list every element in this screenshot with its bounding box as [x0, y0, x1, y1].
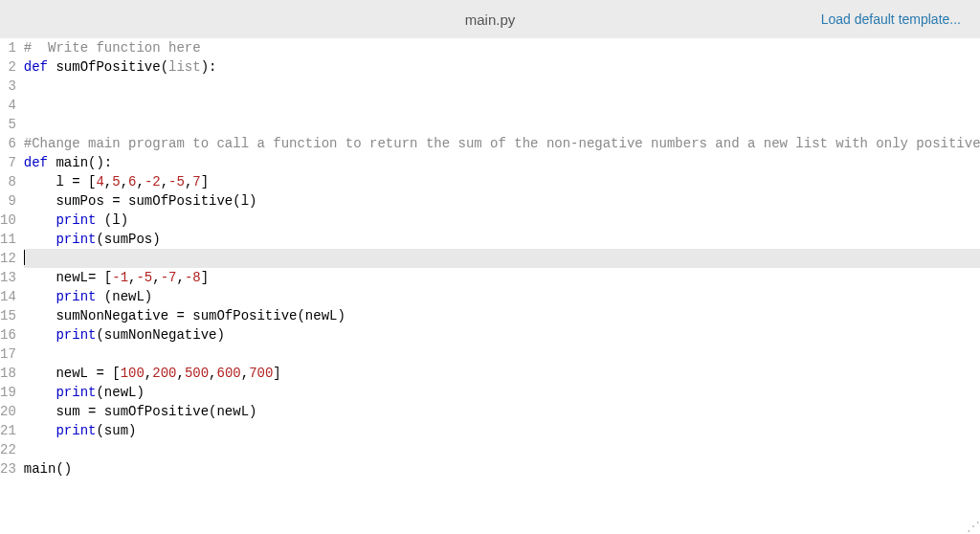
line-number: 10 [0, 211, 16, 230]
line-number-gutter: 1234567891011121314151617181920212223 [0, 38, 24, 478]
code-line[interactable] [24, 249, 980, 268]
line-number: 22 [0, 440, 16, 459]
code-line[interactable]: def sumOfPositive(list): [24, 57, 980, 77]
line-number: 21 [0, 421, 16, 440]
code-line[interactable]: newL= [-1,-5,-7,-8] [24, 268, 980, 287]
line-number: 6 [0, 134, 16, 153]
load-template-link[interactable]: Load default template... [821, 11, 961, 27]
line-number: 14 [0, 287, 16, 306]
code-editor[interactable]: 1234567891011121314151617181920212223 # … [0, 38, 980, 478]
line-number: 5 [0, 115, 16, 134]
code-line[interactable]: print(sumNonNegative) [24, 325, 980, 345]
line-number: 17 [0, 345, 16, 364]
code-line[interactable]: #Change main program to call a function … [24, 134, 980, 153]
code-line[interactable]: # Write function here [24, 38, 980, 57]
line-number: 3 [0, 77, 16, 96]
code-line[interactable]: sumPos = sumOfPositive(l) [24, 191, 980, 211]
text-cursor [24, 250, 25, 265]
line-number: 8 [0, 172, 16, 191]
line-number: 23 [0, 459, 16, 478]
code-line[interactable]: print(sumPos) [24, 230, 980, 249]
line-number: 15 [0, 306, 16, 325]
code-area[interactable]: # Write function heredef sumOfPositive(l… [24, 38, 980, 478]
line-number: 12 [0, 249, 16, 268]
line-number: 16 [0, 325, 16, 345]
code-line[interactable]: l = [4,5,6,-2,-5,7] [24, 172, 980, 191]
code-line[interactable] [24, 345, 980, 364]
line-number: 2 [0, 57, 16, 77]
code-line[interactable]: main() [24, 459, 980, 478]
code-line[interactable]: print (newL) [24, 287, 980, 306]
code-line[interactable] [24, 440, 980, 459]
code-line[interactable] [24, 115, 980, 134]
code-line[interactable] [24, 77, 980, 96]
editor-header: main.py Load default template... [0, 0, 980, 38]
line-number: 11 [0, 230, 16, 249]
code-line[interactable]: print(newL) [24, 383, 980, 402]
line-number: 18 [0, 364, 16, 383]
code-line[interactable]: sumNonNegative = sumOfPositive(newL) [24, 306, 980, 325]
code-line[interactable]: newL = [100,200,500,600,700] [24, 364, 980, 383]
line-number: 7 [0, 153, 16, 172]
code-line[interactable]: def main(): [24, 153, 980, 172]
line-number: 13 [0, 268, 16, 287]
code-line[interactable]: print (l) [24, 211, 980, 230]
line-number: 20 [0, 402, 16, 421]
code-line[interactable] [24, 96, 980, 115]
line-number: 1 [0, 38, 16, 57]
file-title: main.py [465, 11, 516, 28]
resize-handle-icon[interactable]: ⋰ [967, 521, 978, 532]
code-line[interactable]: sum = sumOfPositive(newL) [24, 402, 980, 421]
line-number: 9 [0, 191, 16, 211]
line-number: 4 [0, 96, 16, 115]
code-line[interactable]: print(sum) [24, 421, 980, 440]
line-number: 19 [0, 383, 16, 402]
